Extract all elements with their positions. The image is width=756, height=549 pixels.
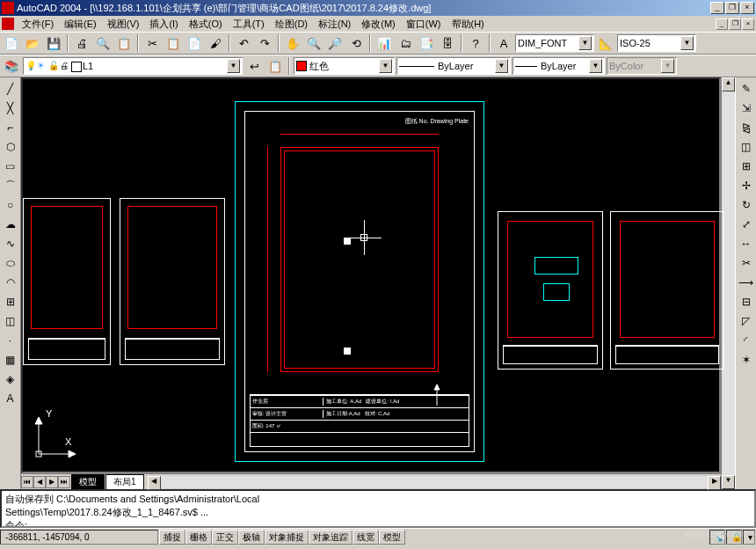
spline-tool[interactable]: ∿ — [2, 235, 19, 253]
publish-button[interactable]: 📋 — [114, 33, 134, 53]
maximize-button[interactable]: ❐ — [725, 2, 739, 14]
tab-prev-button[interactable]: ◀ — [33, 476, 46, 488]
layer-manager-button[interactable]: 📚 — [2, 56, 21, 76]
erase-tool[interactable]: ✎ — [738, 80, 755, 98]
menu-modify[interactable]: 修改(M) — [356, 18, 401, 31]
tab-first-button[interactable]: ⏮ — [21, 476, 33, 488]
undo-button[interactable]: ↶ — [234, 33, 253, 53]
menu-draw[interactable]: 绘图(D) — [270, 18, 313, 31]
menu-file[interactable]: 文件(F) — [17, 18, 59, 31]
zoom-window-button[interactable]: 🔎 — [325, 33, 345, 53]
paste-button[interactable]: 📄 — [185, 33, 204, 53]
horizontal-scrollbar[interactable]: ◀ ▶ — [148, 476, 721, 488]
copy-tool[interactable]: ⇲ — [738, 99, 755, 117]
layer-states-button[interactable]: 📋 — [265, 56, 285, 76]
move-tool[interactable]: ✢ — [738, 177, 755, 194]
dim-style-icon[interactable]: 📐 — [596, 33, 615, 53]
polygon-tool[interactable]: ⬡ — [2, 138, 19, 156]
cut-button[interactable]: ✂ — [142, 33, 162, 53]
selection-grip[interactable] — [344, 238, 351, 245]
new-button[interactable]: 📄 — [2, 33, 21, 53]
osnap-toggle[interactable]: 对象捕捉 — [265, 530, 309, 545]
dbconnect-button[interactable]: 🗄 — [438, 33, 457, 53]
doc-restore-button[interactable]: ❐ — [729, 18, 741, 30]
lineweight-dropdown[interactable]: ByLayer ▼ — [512, 57, 605, 75]
ellipse-tool[interactable]: ⬭ — [2, 254, 19, 272]
help-button[interactable]: ? — [466, 33, 485, 53]
revcloud-tool[interactable]: ☁ — [2, 216, 19, 233]
command-window[interactable]: 自动保存到 C:\Documents and Settings\Administ… — [0, 489, 756, 528]
menu-view[interactable]: 视图(V) — [102, 18, 145, 31]
make-block-tool[interactable]: ◫ — [2, 312, 19, 330]
menu-edit[interactable]: 编辑(E) — [59, 18, 102, 31]
chamfer-tool[interactable]: ◸ — [738, 312, 755, 330]
status-lock-icon[interactable]: 🔒 — [726, 530, 742, 545]
tab-layout1[interactable]: 布局1 — [105, 474, 144, 489]
tab-last-button[interactable]: ⏭ — [58, 476, 70, 488]
tab-next-button[interactable]: ▶ — [46, 476, 58, 488]
doc-close-button[interactable]: × — [742, 18, 754, 30]
pan-button[interactable]: ✋ — [283, 33, 302, 53]
menu-tools[interactable]: 工具(T) — [228, 18, 270, 31]
insert-block-tool[interactable]: ⊞ — [2, 293, 19, 311]
xline-tool[interactable]: ╳ — [2, 99, 19, 117]
selection-grip[interactable] — [344, 348, 351, 355]
line-tool[interactable]: ╱ — [2, 80, 19, 98]
match-properties-button[interactable]: 🖌 — [206, 33, 225, 53]
color-dropdown[interactable]: 红色 ▼ — [294, 57, 395, 75]
snap-toggle[interactable]: 捕捉 — [159, 530, 185, 545]
region-tool[interactable]: ◈ — [2, 370, 19, 388]
save-button[interactable]: 💾 — [44, 33, 63, 53]
doc-minimize-button[interactable]: _ — [716, 18, 728, 30]
hatch-tool[interactable]: ▦ — [2, 351, 19, 369]
menu-format[interactable]: 格式(O) — [184, 18, 228, 31]
lineweight-toggle[interactable]: 线宽 — [353, 530, 379, 545]
close-button[interactable]: × — [740, 2, 754, 14]
dim-style-dropdown[interactable]: ISO-25 ▼ — [617, 34, 696, 52]
print-button[interactable]: 🖨 — [72, 33, 91, 53]
otrack-toggle[interactable]: 对象追踪 — [309, 530, 353, 545]
tab-model[interactable]: 模型 — [71, 474, 105, 489]
scroll-left-button[interactable]: ◀ — [148, 476, 161, 490]
zoom-previous-button[interactable]: ⟲ — [346, 33, 366, 53]
scroll-right-button[interactable]: ▶ — [708, 476, 721, 490]
circle-tool[interactable]: ○ — [2, 196, 19, 214]
text-style-dropdown[interactable]: DIM_FONT ▼ — [515, 34, 594, 52]
rectangle-tool[interactable]: ▭ — [2, 157, 19, 175]
text-style-icon[interactable]: A — [494, 33, 513, 53]
redo-button[interactable]: ↷ — [255, 33, 274, 53]
open-button[interactable]: 📂 — [23, 33, 42, 53]
menu-window[interactable]: 窗口(W) — [401, 18, 447, 31]
model-toggle[interactable]: 模型 — [379, 530, 405, 545]
arc-tool[interactable]: ⌒ — [2, 177, 19, 194]
fillet-tool[interactable]: ◜ — [738, 332, 755, 349]
design-center-button[interactable]: 🗂 — [396, 33, 415, 53]
point-tool[interactable]: · — [2, 332, 19, 349]
status-tray-icon[interactable]: 📡 — [709, 530, 725, 545]
scroll-up-button[interactable]: ▲ — [722, 77, 735, 92]
print-preview-button[interactable]: 🔍 — [93, 33, 113, 53]
polar-toggle[interactable]: 极轴 — [238, 530, 265, 545]
array-tool[interactable]: ⊞ — [738, 157, 755, 175]
drawing-canvas[interactable]: 图纸 No. Drawing Plate 作业层施工单位: A,Ad 建设单位:… — [21, 77, 721, 473]
layer-dropdown[interactable]: 💡☀🔓🖨 L1 ▼ — [23, 57, 243, 75]
linetype-dropdown[interactable]: ByLayer ▼ — [396, 57, 511, 75]
stretch-tool[interactable]: ↔ — [738, 235, 755, 253]
menu-insert[interactable]: 插入(I) — [144, 18, 183, 31]
tool-palette-button[interactable]: 📑 — [417, 33, 436, 53]
ortho-toggle[interactable]: 正交 — [212, 530, 238, 545]
copy-button[interactable]: 📋 — [164, 33, 183, 53]
trim-tool[interactable]: ✂ — [738, 254, 755, 272]
break-tool[interactable]: ⊟ — [738, 293, 755, 311]
properties-button[interactable]: 📊 — [374, 33, 394, 53]
menu-dimension[interactable]: 标注(N) — [313, 18, 356, 31]
offset-tool[interactable]: ◫ — [738, 138, 755, 156]
extend-tool[interactable]: ⟶ — [738, 274, 755, 291]
explode-tool[interactable]: ✶ — [738, 351, 755, 369]
menu-help[interactable]: 帮助(H) — [447, 18, 490, 31]
zoom-realtime-button[interactable]: 🔍 — [304, 33, 323, 53]
polyline-tool[interactable]: ⌐ — [2, 119, 19, 136]
status-menu-icon[interactable]: ▾ — [743, 530, 755, 545]
scroll-down-button[interactable]: ▼ — [722, 475, 735, 489]
ellipse-arc-tool[interactable]: ◠ — [2, 274, 19, 291]
